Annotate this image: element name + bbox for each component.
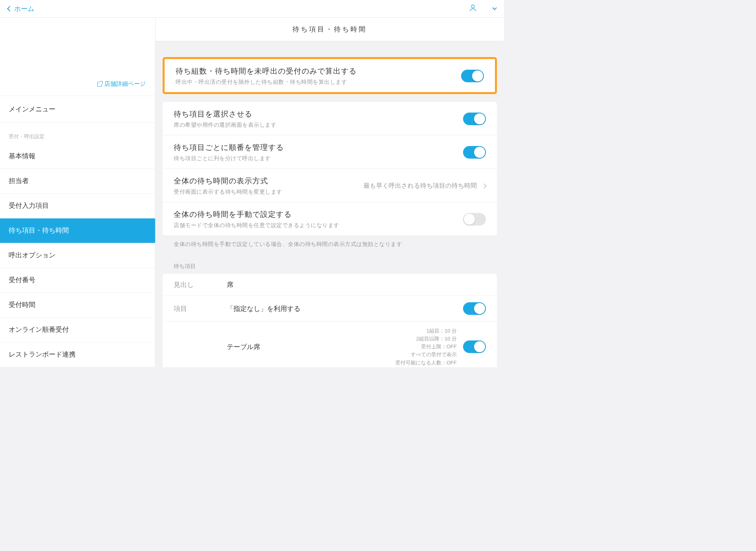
setting-value: 最も早く呼出される待ち項目の待ち時間 [363, 182, 477, 190]
sidebar-item[interactable]: 受付入力項目 [0, 194, 155, 218]
setting-row: 全体の待ち時間を手動で設定する店舗モードで全体の待ち時間を任意で設定できるように… [163, 202, 497, 235]
sidebar-item[interactable]: 基本情報 [0, 144, 155, 169]
highlighted-setting-card: 待ち組数・待ち時間を未呼出の受付のみで算出する 呼出中・呼出済の受付を除外した待… [163, 57, 497, 94]
seat-meta-line: すべての受付で表示 [395, 351, 457, 359]
setting-subtitle: 受付画面に表示する待ち時間を変更します [174, 189, 363, 196]
chevron-left-icon [7, 6, 13, 11]
settings-card: 待ち項目を選択させる席の希望や用件の選択画面を表示します待ち項目ごとに順番を管理… [163, 102, 497, 235]
setting-title: 待ち項目を選択させる [174, 109, 463, 119]
setting-toggle[interactable] [463, 146, 486, 159]
sidebar: 店舗詳細ページ メインメニュー 受付・呼出設定 基本情報担当者受付入力項目待ち項… [0, 18, 156, 367]
heading-label: 見出し [174, 280, 227, 289]
setting-title: 全体の待ち時間の表示方式 [174, 176, 363, 186]
back-label: ホーム [14, 4, 34, 13]
chevron-right-icon [482, 183, 487, 189]
seat-row[interactable]: テーブル席 1組目：10 分2組目以降：10 分受付上限：OFFすべての受付で表… [163, 322, 497, 367]
use-unspecified-row: 項目 「指定なし」を利用する [163, 296, 497, 322]
use-unspecified-label: 「指定なし」を利用する [227, 304, 463, 313]
seat-meta-line: 1組目：10 分 [395, 327, 457, 335]
page-title: 待ち項目・待ち時間 [156, 18, 504, 41]
seat-toggle[interactable] [463, 340, 486, 353]
setting-row[interactable]: 全体の待ち時間の表示方式受付画面に表示する待ち時間を変更します最も早く呼出される… [163, 169, 497, 202]
store-detail-link[interactable]: 店舗詳細ページ [97, 80, 146, 88]
setting-toggle[interactable] [463, 113, 486, 125]
sidebar-item[interactable]: 担当者 [0, 169, 155, 194]
main-menu-label[interactable]: メインメニュー [0, 96, 155, 123]
app-header: ホーム [0, 0, 504, 18]
store-detail-label: 店舗詳細ページ [104, 80, 146, 88]
external-link-icon [97, 82, 102, 87]
sidebar-item[interactable]: 受付番号 [0, 268, 155, 293]
setting-row: 待ち項目ごとに順番を管理する待ち項目ごとに列を分けて呼出します [163, 135, 497, 169]
seat-meta-line: 2組目以降：10 分 [395, 335, 457, 343]
user-icon[interactable] [469, 4, 477, 14]
setting-title: 待ち組数・待ち時間を未呼出の受付のみで算出する [176, 66, 461, 76]
setting-toggle[interactable] [463, 213, 486, 226]
settings-note: 全体の待ち時間を手動で設定している場合、全体の待ち時間の表示方式は無効となります [156, 235, 504, 248]
heading-row[interactable]: 見出し 席 [163, 274, 497, 296]
sidebar-item[interactable]: 呼出オプション [0, 243, 155, 268]
seat-meta-line: 受付上限：OFF [395, 343, 457, 351]
wait-items-card: 見出し 席 項目 「指定なし」を利用する テーブル席 1組目：10 分2組目以降… [163, 274, 497, 367]
setting-subtitle: 待ち項目ごとに列を分けて呼出します [174, 155, 463, 162]
back-button[interactable]: ホーム [8, 4, 34, 13]
svg-point-0 [471, 5, 474, 8]
sidebar-section-label: 受付・呼出設定 [0, 123, 155, 144]
setting-subtitle: 席の希望や用件の選択画面を表示します [174, 122, 463, 129]
seat-meta-line: 受付可能になる人数：OFF [395, 359, 457, 367]
seat-meta: 1組目：10 分2組目以降：10 分受付上限：OFFすべての受付で表示受付可能に… [395, 327, 457, 367]
use-unspecified-toggle[interactable] [463, 302, 486, 315]
heading-value: 席 [227, 280, 486, 289]
wait-items-section-label: 待ち項目 [156, 248, 504, 274]
setting-title: 全体の待ち時間を手動で設定する [174, 209, 463, 220]
setting-subtitle: 店舗モードで全体の待ち時間を任意で設定できるようになります [174, 222, 463, 229]
setting-subtitle: 呼出中・呼出済の受付を除外した待ち組数・待ち時間を算出します [176, 79, 461, 86]
seat-name: テーブル席 [174, 342, 395, 351]
main-panel: 待ち項目・待ち時間 待ち組数・待ち時間を未呼出の受付のみで算出する 呼出中・呼出… [156, 18, 504, 367]
item-label: 項目 [174, 304, 227, 313]
sidebar-item[interactable]: 受付時間 [0, 293, 155, 318]
setting-title: 待ち項目ごとに順番を管理する [174, 142, 463, 153]
sidebar-item[interactable]: レストランボード連携 [0, 342, 155, 367]
chevron-down-icon[interactable] [492, 6, 497, 10]
setting-row: 待ち項目を選択させる席の希望や用件の選択画面を表示します [163, 102, 497, 135]
sidebar-item[interactable]: 待ち項目・待ち時間 [0, 218, 155, 243]
calc-uninvited-only-toggle[interactable] [461, 70, 484, 82]
sidebar-nav: 基本情報担当者受付入力項目待ち項目・待ち時間呼出オプション受付番号受付時間オンラ… [0, 144, 155, 367]
sidebar-item[interactable]: オンライン順番受付 [0, 318, 155, 342]
